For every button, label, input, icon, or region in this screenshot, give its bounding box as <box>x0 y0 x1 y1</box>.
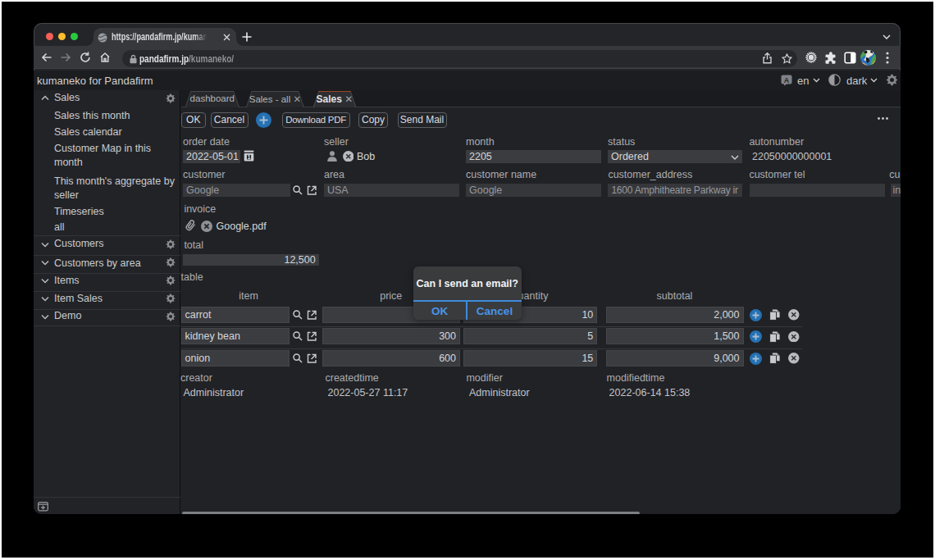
svg-text:1: 1 <box>248 154 251 160</box>
svg-text:A: A <box>784 75 790 84</box>
